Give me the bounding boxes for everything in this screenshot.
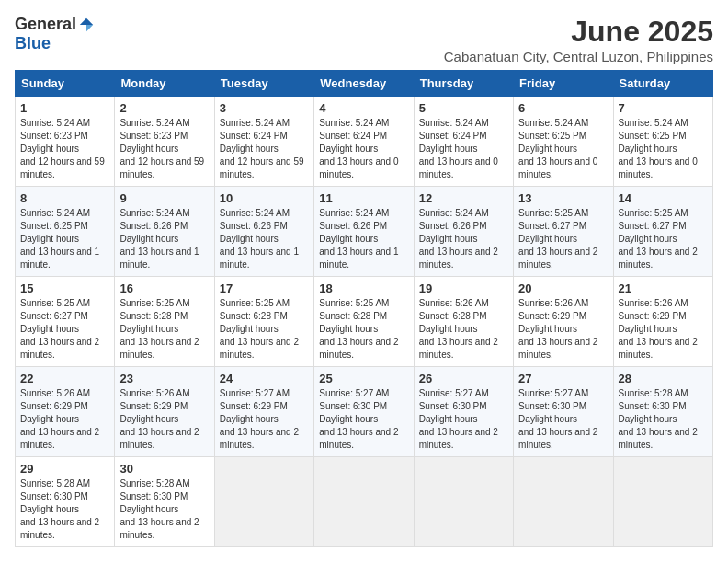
table-row: 17 Sunrise: 5:25 AMSunset: 6:28 PMDaylig… (214, 277, 313, 367)
day-info: Sunrise: 5:28 AMSunset: 6:30 PMDaylight … (119, 478, 199, 540)
calendar-body: 1 Sunrise: 5:24 AMSunset: 6:23 PMDayligh… (16, 97, 713, 547)
table-row: 26 Sunrise: 5:27 AMSunset: 6:30 PMDaylig… (414, 367, 513, 457)
logo-general: General (15, 15, 76, 34)
table-row (514, 457, 613, 547)
calendar-table: Sunday Monday Tuesday Wednesday Thursday… (15, 70, 713, 547)
day-number: 19 (419, 282, 508, 295)
day-info: Sunrise: 5:24 AMSunset: 6:26 PMDaylight … (419, 208, 498, 270)
table-row: 9 Sunrise: 5:24 AMSunset: 6:26 PMDayligh… (115, 187, 214, 277)
day-number: 27 (518, 372, 608, 385)
table-row: 3 Sunrise: 5:24 AMSunset: 6:24 PMDayligh… (214, 97, 313, 187)
calendar-week-row: 8 Sunrise: 5:24 AMSunset: 6:25 PMDayligh… (16, 187, 713, 277)
table-row (414, 457, 513, 547)
day-number: 5 (419, 101, 508, 115)
day-info: Sunrise: 5:24 AMSunset: 6:26 PMDaylight … (319, 208, 398, 270)
day-info: Sunrise: 5:24 AMSunset: 6:25 PMDaylight … (619, 118, 698, 179)
svg-marker-1 (86, 25, 93, 31)
logo: General Blue (15, 15, 95, 53)
day-number: 4 (319, 101, 408, 115)
day-number: 15 (20, 282, 109, 295)
day-number: 22 (20, 372, 109, 385)
table-row: 10 Sunrise: 5:24 AMSunset: 6:26 PMDaylig… (214, 187, 313, 277)
day-info: Sunrise: 5:27 AMSunset: 6:30 PMDaylight … (419, 388, 498, 450)
day-number: 24 (220, 372, 309, 385)
day-info: Sunrise: 5:26 AMSunset: 6:29 PMDaylight … (518, 298, 597, 360)
col-monday: Monday (115, 71, 214, 97)
day-number: 9 (119, 191, 209, 205)
day-info: Sunrise: 5:25 AMSunset: 6:27 PMDaylight … (20, 298, 99, 360)
day-info: Sunrise: 5:24 AMSunset: 6:24 PMDaylight … (319, 118, 398, 179)
table-row: 11 Sunrise: 5:24 AMSunset: 6:26 PMDaylig… (314, 187, 414, 277)
logo-blue: Blue (15, 34, 51, 53)
day-number: 25 (319, 372, 408, 385)
table-row: 14 Sunrise: 5:25 AMSunset: 6:27 PMDaylig… (613, 187, 712, 277)
calendar-week-row: 1 Sunrise: 5:24 AMSunset: 6:23 PMDayligh… (16, 97, 713, 187)
table-row: 2 Sunrise: 5:24 AMSunset: 6:23 PMDayligh… (115, 97, 214, 187)
col-sunday: Sunday (16, 71, 115, 97)
day-number: 20 (518, 282, 608, 295)
table-row: 7 Sunrise: 5:24 AMSunset: 6:25 PMDayligh… (613, 97, 712, 187)
day-number: 3 (220, 101, 309, 115)
table-row: 12 Sunrise: 5:24 AMSunset: 6:26 PMDaylig… (414, 187, 513, 277)
day-info: Sunrise: 5:24 AMSunset: 6:25 PMDaylight … (20, 208, 99, 270)
col-thursday: Thursday (414, 71, 513, 97)
svg-marker-0 (80, 17, 93, 24)
table-row: 23 Sunrise: 5:26 AMSunset: 6:29 PMDaylig… (115, 367, 214, 457)
day-number: 26 (419, 372, 508, 385)
day-info: Sunrise: 5:27 AMSunset: 6:30 PMDaylight … (319, 388, 398, 450)
table-row: 1 Sunrise: 5:24 AMSunset: 6:23 PMDayligh… (16, 97, 115, 187)
day-number: 28 (619, 372, 708, 385)
table-row: 8 Sunrise: 5:24 AMSunset: 6:25 PMDayligh… (16, 187, 115, 277)
day-number: 18 (319, 282, 408, 295)
day-info: Sunrise: 5:27 AMSunset: 6:30 PMDaylight … (518, 388, 597, 450)
col-wednesday: Wednesday (314, 71, 414, 97)
table-row (314, 457, 414, 547)
day-info: Sunrise: 5:28 AMSunset: 6:30 PMDaylight … (619, 388, 698, 450)
col-saturday: Saturday (613, 71, 712, 97)
day-info: Sunrise: 5:24 AMSunset: 6:25 PMDaylight … (518, 118, 597, 179)
table-row (214, 457, 313, 547)
table-row: 4 Sunrise: 5:24 AMSunset: 6:24 PMDayligh… (314, 97, 414, 187)
weekday-header-row: Sunday Monday Tuesday Wednesday Thursday… (16, 71, 713, 97)
table-row: 29 Sunrise: 5:28 AMSunset: 6:30 PMDaylig… (16, 457, 115, 547)
day-info: Sunrise: 5:25 AMSunset: 6:28 PMDaylight … (319, 298, 398, 360)
day-info: Sunrise: 5:25 AMSunset: 6:27 PMDaylight … (518, 208, 597, 270)
table-row: 16 Sunrise: 5:25 AMSunset: 6:28 PMDaylig… (115, 277, 214, 367)
day-number: 2 (119, 101, 209, 115)
table-row: 24 Sunrise: 5:27 AMSunset: 6:29 PMDaylig… (214, 367, 313, 457)
table-row: 6 Sunrise: 5:24 AMSunset: 6:25 PMDayligh… (514, 97, 613, 187)
day-number: 29 (20, 462, 109, 476)
table-row: 15 Sunrise: 5:25 AMSunset: 6:27 PMDaylig… (16, 277, 115, 367)
day-number: 23 (119, 372, 209, 385)
day-info: Sunrise: 5:25 AMSunset: 6:27 PMDaylight … (619, 208, 698, 270)
day-info: Sunrise: 5:28 AMSunset: 6:30 PMDaylight … (20, 478, 99, 540)
table-row: 20 Sunrise: 5:26 AMSunset: 6:29 PMDaylig… (514, 277, 613, 367)
day-info: Sunrise: 5:24 AMSunset: 6:24 PMDaylight … (220, 118, 304, 179)
day-info: Sunrise: 5:26 AMSunset: 6:28 PMDaylight … (419, 298, 498, 360)
day-info: Sunrise: 5:24 AMSunset: 6:24 PMDaylight … (419, 118, 498, 179)
table-row: 21 Sunrise: 5:26 AMSunset: 6:29 PMDaylig… (613, 277, 712, 367)
table-row: 22 Sunrise: 5:26 AMSunset: 6:29 PMDaylig… (16, 367, 115, 457)
day-info: Sunrise: 5:25 AMSunset: 6:28 PMDaylight … (119, 298, 199, 360)
location-subtitle: Cabanatuan City, Central Luzon, Philippi… (444, 49, 713, 64)
day-number: 8 (20, 191, 109, 205)
table-row: 27 Sunrise: 5:27 AMSunset: 6:30 PMDaylig… (514, 367, 613, 457)
day-number: 21 (619, 282, 708, 295)
month-title: June 2025 (444, 15, 713, 49)
day-number: 17 (220, 282, 309, 295)
day-info: Sunrise: 5:24 AMSunset: 6:26 PMDaylight … (119, 208, 199, 270)
day-info: Sunrise: 5:27 AMSunset: 6:29 PMDaylight … (220, 388, 299, 450)
calendar-week-row: 15 Sunrise: 5:25 AMSunset: 6:27 PMDaylig… (16, 277, 713, 367)
day-info: Sunrise: 5:24 AMSunset: 6:26 PMDaylight … (220, 208, 299, 270)
calendar-week-row: 22 Sunrise: 5:26 AMSunset: 6:29 PMDaylig… (16, 367, 713, 457)
col-tuesday: Tuesday (214, 71, 313, 97)
day-info: Sunrise: 5:26 AMSunset: 6:29 PMDaylight … (119, 388, 199, 450)
col-friday: Friday (514, 71, 613, 97)
title-section: June 2025 Cabanatuan City, Central Luzon… (444, 15, 713, 64)
table-row: 18 Sunrise: 5:25 AMSunset: 6:28 PMDaylig… (314, 277, 414, 367)
day-number: 12 (419, 191, 508, 205)
day-number: 6 (518, 101, 608, 115)
day-number: 13 (518, 191, 608, 205)
day-number: 7 (619, 101, 708, 115)
day-number: 16 (119, 282, 209, 295)
